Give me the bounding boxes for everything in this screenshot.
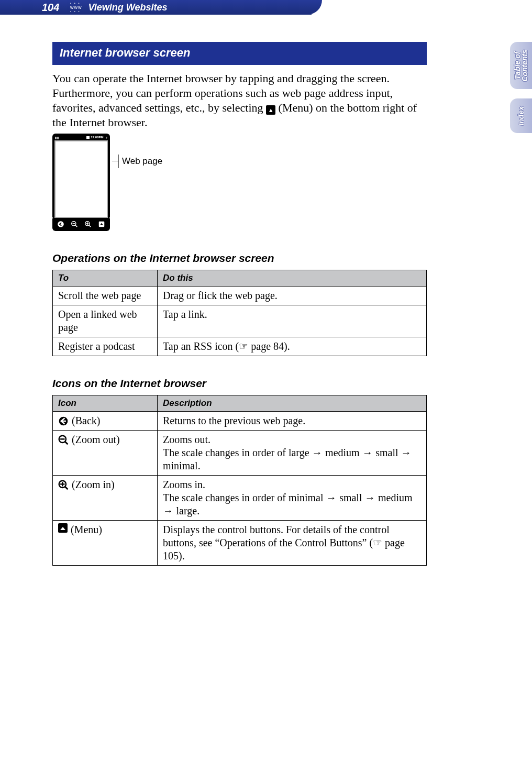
zoom-in-icon — [83, 221, 93, 228]
operations-heading: Operations on the Internet browser scree… — [52, 252, 427, 265]
page-header: 104 • • • www • • • Viewing Websites — [0, 0, 312, 15]
svg-line-15 — [65, 487, 68, 489]
svg-line-12 — [65, 442, 68, 444]
table-row: (Menu) Displays the control buttons. For… — [53, 520, 427, 565]
menu-icon — [97, 221, 106, 228]
www-icon: • • • www • • • — [68, 1, 88, 14]
content-heading: Internet browser screen — [52, 42, 427, 65]
back-icon — [56, 221, 65, 228]
section-title: Viewing Websites — [88, 2, 168, 13]
menu-icon — [58, 523, 68, 533]
intro-paragraph: You can operate the Internet browser by … — [52, 71, 427, 130]
icons-heading: Icons on the Internet browser — [52, 377, 427, 390]
pointer-icon: ☞ — [239, 340, 248, 352]
pointer-icon: ☞ — [373, 537, 382, 548]
table-row: Scroll the web page Drag or flick the we… — [53, 286, 427, 305]
icons-table: Icon Description (Back) Returns to the p… — [52, 395, 427, 566]
back-icon — [58, 416, 69, 426]
table-row: (Zoom out) Zooms out. The scale changes … — [53, 430, 427, 475]
menu-icon: ▲ — [266, 105, 275, 115]
zoom-out-icon — [58, 435, 69, 445]
tab-table-of-contents[interactable]: Table of Contents — [510, 42, 532, 89]
zoom-in-icon — [58, 480, 69, 490]
table-row: (Back) Returns to the previous web page. — [53, 411, 427, 430]
operations-table: To Do this Scroll the web page Drag or f… — [52, 270, 427, 356]
table-row: Register a podcast Tap an RSS icon (☞ pa… — [53, 337, 427, 356]
svg-line-5 — [89, 225, 91, 227]
tab-index[interactable]: Index — [510, 98, 532, 133]
status-pause-icon: ▮▮ — [55, 136, 59, 139]
col-icon: Icon — [53, 395, 158, 411]
table-row: Open a linked web page Tap a link. — [53, 305, 427, 337]
svg-line-2 — [75, 225, 77, 227]
device-mock: ▮▮ 12:00PM ♪ — [52, 134, 110, 231]
status-time: 12:00PM — [91, 136, 103, 139]
page-number: 104 — [0, 2, 68, 14]
callout-webpage: Web page — [112, 155, 162, 168]
col-description: Description — [158, 395, 427, 411]
table-row: (Zoom in) Zooms in. The scale changes in… — [53, 475, 427, 520]
col-to: To — [53, 270, 158, 286]
svg-point-0 — [58, 221, 64, 227]
zoom-out-icon — [70, 221, 79, 228]
col-do: Do this — [158, 270, 427, 286]
